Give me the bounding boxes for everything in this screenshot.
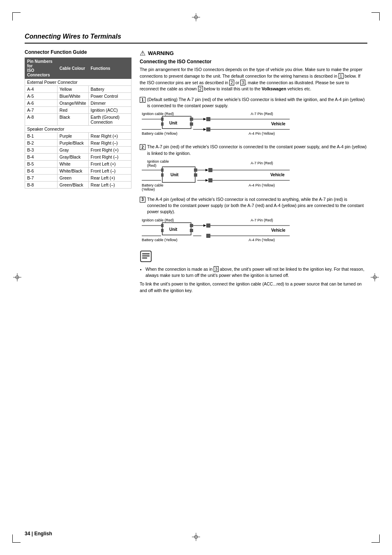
- page-number: 34: [25, 531, 30, 537]
- item-3: 3 The A-4 pin (yellow) of the vehicle's …: [140, 196, 367, 215]
- cell-function: Battery: [88, 86, 131, 93]
- warning-header: ⚠ WARNING: [140, 49, 367, 57]
- svg-rect-44: [208, 168, 212, 172]
- item-3-text: The A-4 pin (yellow) of the vehicle's IS…: [147, 196, 367, 215]
- crosshair-bottom: [192, 533, 200, 542]
- cell-pin: A-5: [25, 93, 58, 100]
- cell-colour: Blue/White: [57, 93, 88, 100]
- svg-marker-43: [205, 169, 208, 171]
- cell-colour: Gray/Black: [57, 154, 88, 161]
- cell-function: Earth (Ground) Connection: [88, 114, 131, 126]
- corner-mark-tr: [371, 12, 380, 21]
- table-row: B-3GrayFront Right (+): [25, 147, 131, 154]
- note-icon: [140, 250, 367, 265]
- crosshair-left: [13, 273, 21, 282]
- right-column: ⚠ WARNING Connecting the ISO Connector T…: [140, 49, 367, 294]
- svg-text:Vehicle: Vehicle: [270, 173, 285, 177]
- cell-pin: B-6: [25, 168, 58, 175]
- cell-colour: White: [57, 161, 88, 168]
- svg-text:Vehicle: Vehicle: [271, 228, 286, 233]
- table-row: A-4YellowBattery: [25, 86, 131, 93]
- cell-colour: Yellow: [57, 86, 88, 93]
- cell-function: Rear Left (–): [88, 182, 131, 189]
- svg-rect-38: [161, 168, 164, 172]
- svg-rect-19: [190, 122, 193, 126]
- warning-triangle-icon: ⚠: [140, 49, 145, 57]
- cell-colour: Green/Black: [57, 182, 88, 189]
- svg-rect-22: [206, 117, 210, 121]
- svg-text:(Red): (Red): [147, 164, 157, 168]
- corner-mark-bl: [12, 534, 21, 543]
- table-row: B-2Purple/BlackRear Right (–): [25, 140, 131, 147]
- section-label: Speaker Connector: [25, 126, 131, 133]
- svg-text:Battery cable: Battery cable: [142, 183, 164, 187]
- svg-rect-78: [142, 256, 150, 256]
- svg-rect-17: [161, 122, 164, 126]
- cell-colour: Purple/Black: [57, 140, 88, 147]
- cell-function: Power Control: [88, 93, 131, 100]
- col-header-functions: Functions: [88, 58, 131, 79]
- crosshair-top: [192, 13, 200, 22]
- note-section: When the connection is made as in 3 abov…: [140, 250, 367, 294]
- svg-text:A-7 Pin (Red): A-7 Pin (Red): [251, 112, 273, 116]
- svg-text:A-7 Pin (Red): A-7 Pin (Red): [251, 218, 273, 222]
- svg-rect-79: [142, 258, 147, 258]
- svg-rect-70: [206, 234, 210, 238]
- cell-colour: Black: [57, 114, 88, 126]
- svg-text:Battery cable (Yellow): Battery cable (Yellow): [142, 238, 178, 242]
- cell-colour: White/Black: [57, 168, 88, 175]
- cell-function: Front Left (–): [88, 168, 131, 175]
- cell-pin: B-8: [25, 182, 58, 189]
- crosshair-right: [371, 273, 379, 282]
- num-1: 1: [140, 97, 145, 103]
- cell-pin: B-1: [25, 133, 58, 140]
- cell-pin: B-3: [25, 147, 58, 154]
- section-label: External Power Connector: [25, 79, 131, 86]
- cell-function: Front Right (–): [88, 154, 131, 161]
- table-row: B-7GreenRear Left (+): [25, 175, 131, 182]
- svg-text:Battery cable (Yellow): Battery cable (Yellow): [142, 131, 178, 136]
- item-1: 1 (Default setting) The A-7 pin (red) of…: [140, 97, 367, 109]
- table-row: B-6White/BlackFront Left (–): [25, 168, 131, 175]
- svg-marker-26: [203, 128, 206, 131]
- cell-pin: B-5: [25, 161, 58, 168]
- svg-text:Unit: Unit: [169, 227, 178, 232]
- table-row: B-1PurpleRear Right (+): [25, 133, 131, 140]
- cell-pin: B-7: [25, 175, 58, 182]
- svg-marker-21: [203, 118, 206, 120]
- guide-title: Connector Function Guide: [25, 49, 131, 55]
- diagram-3: Ignition cable (Red) A-7 Pin (Red): [140, 217, 367, 247]
- svg-rect-27: [206, 127, 210, 131]
- col-header-colour: Cable Colour: [57, 58, 88, 79]
- item-2-text: The A-7 pin (red) of the vehicle's ISO c…: [147, 144, 367, 156]
- cell-function: Rear Right (–): [88, 140, 131, 147]
- svg-text:A-4 Pin (Yellow): A-4 Pin (Yellow): [249, 183, 275, 187]
- warning-title: WARNING: [148, 50, 174, 56]
- cell-pin: A-6: [25, 100, 58, 107]
- cell-pin: A-4: [25, 86, 58, 93]
- svg-rect-18: [190, 117, 193, 121]
- iso-connector-heading: Connecting the ISO Connector: [140, 59, 367, 64]
- cell-function: Front Right (+): [88, 147, 131, 154]
- svg-rect-61: [161, 229, 164, 232]
- svg-rect-62: [190, 224, 193, 227]
- svg-text:A-7 Pin (Red): A-7 Pin (Red): [251, 161, 273, 165]
- svg-text:Ignition cable: Ignition cable: [147, 159, 169, 164]
- cell-pin: B-2: [25, 140, 58, 147]
- num-2: 2: [140, 144, 145, 150]
- svg-marker-65: [203, 224, 206, 227]
- svg-rect-49: [208, 178, 212, 182]
- cell-pin: B-4: [25, 154, 58, 161]
- table-row: A-8BlackEarth (Ground) Connection: [25, 114, 131, 126]
- svg-text:Unit: Unit: [169, 121, 178, 125]
- page-content: Connecting Wires to Terminals Connector …: [25, 33, 367, 522]
- svg-rect-63: [190, 229, 193, 232]
- svg-text:Ignition cable (Red): Ignition cable (Red): [142, 218, 174, 222]
- col-header-pin: Pin Numbers forISO Connectors: [25, 58, 58, 79]
- svg-marker-48: [205, 179, 208, 182]
- diagram-1: Ignition cable (Red) A-7 Pin (Red): [140, 111, 367, 140]
- cell-function: Rear Left (+): [88, 175, 131, 182]
- num-3: 3: [140, 197, 145, 203]
- svg-text:Vehicle: Vehicle: [271, 122, 286, 126]
- diagram-2: Ignition cable (Red) A-7 Pin (Red): [140, 159, 367, 193]
